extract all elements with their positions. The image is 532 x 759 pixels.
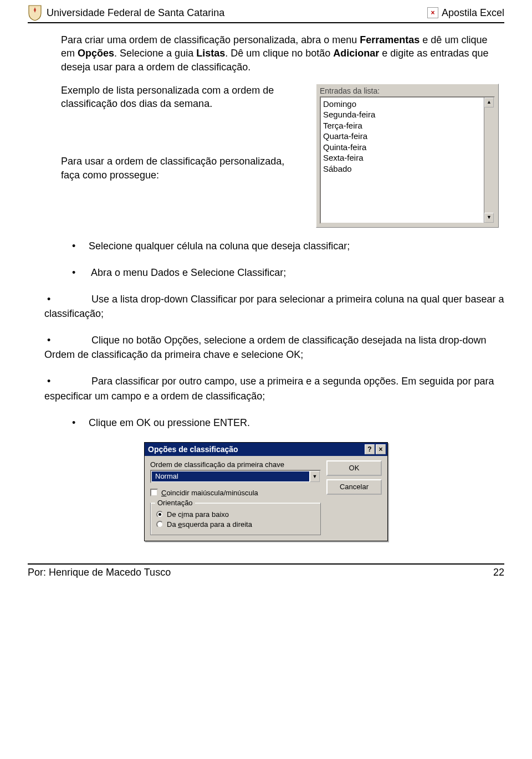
list-entries-listbox[interactable]: Domingo Segunda-feira Terça-feira Quarta… — [320, 96, 495, 224]
steps-list: Selecione qualquer célula na coluna que … — [28, 239, 504, 430]
list-item[interactable]: Quarta-feira — [323, 131, 492, 142]
dialog-title: Opções de classificação — [148, 445, 238, 454]
fieldset-legend: Orientação — [155, 499, 195, 507]
list-item[interactable]: Sexta-feira — [323, 152, 492, 163]
orientation-fieldset: Orientação De cima para baixo Da esquerd… — [150, 502, 321, 535]
step-item: Clique em OK ou pressione ENTER. — [28, 416, 504, 430]
scroll-down-icon[interactable]: ▼ — [484, 213, 494, 223]
header-right-text: Apostila Excel — [442, 7, 504, 19]
listbox-scrollbar[interactable]: ▲ ▼ — [484, 98, 494, 223]
scroll-up-icon[interactable]: ▲ — [484, 98, 494, 107]
checkbox-label: Coincidir maiúscula/minúscula — [161, 489, 258, 497]
list-entries-label: Entradas da lista: — [320, 86, 495, 95]
caption-example-list: Exemplo de lista personalizada com a ord… — [61, 84, 294, 111]
list-item[interactable]: Domingo — [323, 99, 492, 110]
dialog-close-button[interactable]: × — [376, 444, 386, 454]
list-item[interactable]: Quinta-feira — [323, 142, 492, 153]
step-item: Selecione qualquer célula na coluna que … — [28, 239, 504, 253]
list-item[interactable]: Segunda-feira — [323, 109, 492, 120]
step-item: •Use a lista drop-down Classificar por p… — [28, 292, 504, 321]
ok-button[interactable]: OK — [326, 460, 382, 476]
list-item[interactable]: Terça-feira — [323, 120, 492, 131]
list-item[interactable]: Sábado — [323, 163, 492, 175]
header-left-text: Universidade Federal de Santa Catarina — [47, 7, 224, 19]
excel-icon: × — [427, 7, 438, 18]
footer-author: Por: Henrique de Macedo Tusco — [28, 567, 171, 578]
footer-page-number: 22 — [493, 567, 504, 578]
dialog-titlebar[interactable]: Opções de classificação ? × — [145, 443, 387, 456]
sort-key-order-label: Ordem de classificação da primeira chave — [150, 460, 321, 469]
case-sensitive-checkbox-row[interactable]: Coincidir maiúscula/minúscula — [150, 489, 321, 497]
list-entries-panel: Entradas da lista: Domingo Segunda-feira… — [316, 84, 499, 228]
dialog-help-button[interactable]: ? — [365, 444, 375, 454]
page-footer: Por: Henrique de Macedo Tusco 22 — [28, 563, 504, 584]
page-header: Universidade Federal de Santa Catarina ×… — [28, 0, 504, 23]
sort-options-dialog: Opções de classificação ? × Ordem de cla… — [144, 442, 388, 541]
checkbox-icon[interactable] — [150, 489, 158, 496]
paragraph-intro: Para criar uma ordem de classificação pe… — [61, 33, 499, 74]
chevron-down-icon[interactable]: ▼ — [310, 471, 320, 482]
radio-top-to-bottom[interactable]: De cima para baixo — [156, 510, 315, 519]
sort-key-order-combo[interactable]: Normal ▼ — [150, 470, 321, 483]
radio-label: De cima para baixo — [167, 510, 229, 519]
radio-icon[interactable] — [156, 521, 163, 528]
university-logo-icon — [28, 4, 42, 21]
caption-how-to-use: Para usar a ordem de classificação perso… — [61, 155, 294, 182]
step-item: Abra o menu Dados e Selecione Classifica… — [28, 265, 504, 280]
step-item: •Clique no botão Opções, selecione a ord… — [28, 333, 504, 362]
radio-label: Da esquerda para a direita — [167, 520, 252, 529]
step-item: •Para classificar por outro campo, use a… — [28, 374, 504, 403]
radio-icon[interactable] — [156, 511, 163, 518]
combo-value: Normal — [152, 471, 309, 481]
cancel-button[interactable]: Cancelar — [326, 479, 382, 495]
radio-left-to-right[interactable]: Da esquerda para a direita — [156, 520, 315, 529]
